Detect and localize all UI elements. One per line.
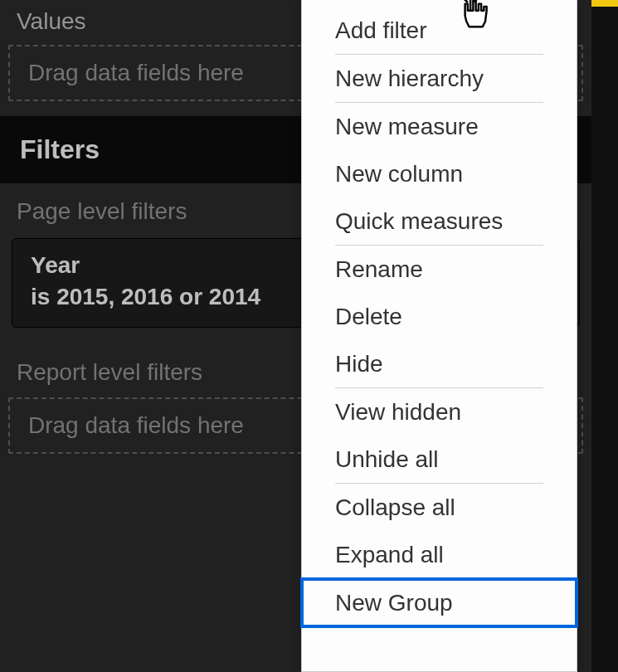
menu-item-delete[interactable]: Delete (302, 293, 577, 340)
menu-item-view-hidden[interactable]: View hidden (302, 388, 577, 436)
menu-item-hide[interactable]: Hide (302, 340, 577, 387)
menu-item-expand-all[interactable]: Expand all (302, 531, 577, 578)
menu-item-rename[interactable]: Rename (302, 246, 577, 293)
right-column (591, 0, 618, 672)
menu-item-add-filter[interactable]: Add filter (302, 7, 577, 54)
menu-item-new-column[interactable]: New column (302, 150, 577, 197)
menu-item-unhide-all[interactable]: Unhide all (302, 436, 577, 483)
dropzone-placeholder: Drag data fields here (28, 60, 244, 85)
menu-item-new-measure[interactable]: New measure (302, 103, 577, 150)
context-menu: Add filter New hierarchy New measure New… (301, 0, 577, 672)
context-menu-inner: Add filter New hierarchy New measure New… (302, 0, 577, 626)
dropzone-placeholder: Drag data fields here (28, 412, 244, 438)
menu-item-quick-measures[interactable]: Quick measures (302, 197, 577, 245)
accent-strip (591, 0, 618, 7)
menu-item-collapse-all[interactable]: Collapse all (302, 484, 577, 531)
menu-item-new-group[interactable]: New Group (302, 579, 577, 626)
menu-item-new-hierarchy[interactable]: New hierarchy (302, 55, 577, 102)
